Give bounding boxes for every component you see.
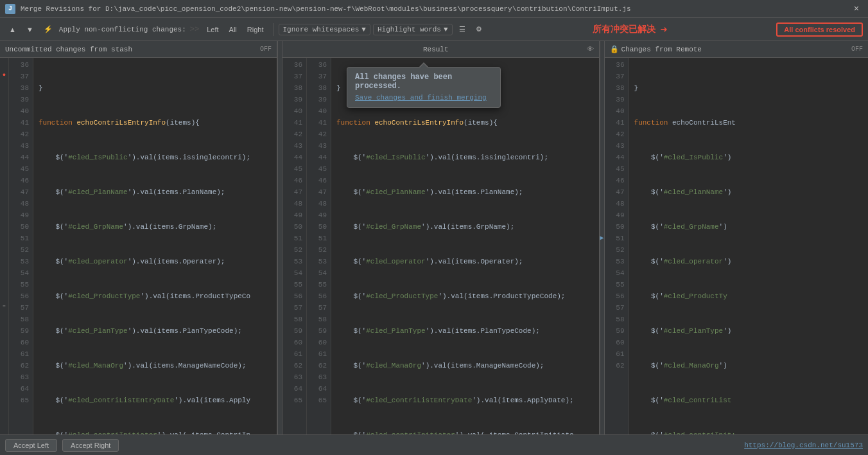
gutter-row	[0, 139, 8, 150]
center-panel-title: Result	[288, 46, 584, 53]
tooltip-save-link[interactable]: Save changes and finish merging	[355, 94, 487, 102]
titlebar: J Merge Revisions for D:\java_code\picc_…	[0, 0, 868, 18]
accept-left-button[interactable]: Accept Left	[5, 439, 57, 452]
gutter-row	[0, 174, 8, 185]
cn-annotation: 所有冲突已解决	[593, 24, 655, 35]
ignore-whitespaces-dropdown[interactable]: Ignore whitespaces ▼	[279, 24, 370, 35]
columns-icon: ☰	[459, 25, 465, 33]
columns-icon-btn[interactable]: ☰	[455, 24, 469, 35]
arrow-right-icon: ➜	[661, 22, 668, 37]
highlight-words-dropdown[interactable]: Highlight words ▼	[373, 24, 453, 35]
apply-label: Apply non-conflicting changes:	[59, 26, 186, 33]
separator-1	[273, 23, 273, 36]
apply-all-btn[interactable]: All	[225, 24, 241, 35]
gutter-row	[0, 312, 8, 324]
gutter-row	[0, 393, 8, 405]
left-divider	[277, 41, 282, 434]
status-url[interactable]: https://blog.csdn.net/su1573	[744, 442, 863, 449]
gutter-row	[0, 266, 8, 278]
settings-btn[interactable]: ⚙	[472, 24, 486, 35]
center-code-content: } function echoContriLsEntryInfo(items){…	[331, 58, 599, 434]
right-panel-header: 🔒 Changes from Remote OFF	[605, 41, 868, 58]
center-panel-body[interactable]: All changes have been processed. Save ch…	[282, 58, 599, 434]
gutter-row	[0, 162, 8, 174]
center-line-numbers-2: 3637383940 4142434445 4647484950 5152535…	[307, 58, 331, 434]
right-line-numbers: 3637383940 4142434445 4647484950 5152535…	[605, 58, 629, 434]
right-divider: ▶	[600, 41, 605, 434]
down-arrow-btn[interactable]: ▼	[22, 24, 37, 35]
gutter-row: =	[0, 301, 8, 312]
tooltip-overlay: All changes have been processed. Save ch…	[347, 67, 501, 108]
highlight-dropdown-arrow-icon: ▼	[444, 26, 448, 33]
app-icon: J	[5, 4, 15, 14]
settings-icon: ⚙	[476, 25, 482, 33]
gutter-row	[0, 359, 8, 370]
gutter-row	[0, 127, 8, 139]
gutter-row	[0, 220, 8, 231]
gutter-row	[0, 289, 8, 301]
main-content: Uncommitted changes from stash OFF ●	[0, 41, 868, 434]
left-line-numbers: 3637383940 4142434445 4647484950 5152535…	[9, 58, 33, 434]
gutter-row	[0, 347, 8, 359]
left-panel-header: Uncommitted changes from stash OFF	[0, 41, 277, 58]
gutter-row	[0, 58, 8, 69]
left-panel-title: Uncommitted changes from stash	[5, 46, 132, 53]
gutter-row	[0, 150, 8, 162]
right-panel-title: Changes from Remote	[621, 46, 702, 53]
gutter-row	[0, 335, 8, 347]
statusbar: Accept Left Accept Right https://blog.cs…	[0, 434, 868, 455]
app-icon-label: J	[8, 5, 12, 12]
play-icon: ▶	[600, 234, 604, 242]
toolbar: ▲ ▼ ⚡ Apply non-conflicting changes: >> …	[0, 18, 868, 41]
conflicts-resolved-button[interactable]: All conflicts resolved	[776, 22, 863, 37]
gutter-row	[0, 370, 8, 382]
left-off-badge: OFF	[260, 46, 272, 53]
tooltip-arrow-inner	[419, 64, 428, 68]
accept-right-button[interactable]: Accept Right	[62, 439, 119, 452]
tooltip-title: All changes have been processed.	[355, 73, 492, 91]
lock-icon: 🔒	[610, 45, 619, 53]
center-line-numbers: 3637383940 4142434445 4647484950 5152535…	[282, 58, 307, 434]
dropdown-arrow-icon: ▼	[361, 26, 366, 33]
right-off-badge: OFF	[851, 46, 863, 53]
gutter-row	[0, 197, 8, 208]
left-gutter: ●	[0, 58, 9, 434]
gutter-row	[0, 324, 8, 335]
gutter-row	[0, 278, 8, 289]
apply-right-btn[interactable]: Right	[243, 24, 268, 35]
magic-btn[interactable]: ⚡	[40, 24, 56, 35]
gutter-row	[0, 382, 8, 393]
right-panel: 🔒 Changes from Remote OFF 3637383940 414…	[605, 41, 868, 434]
eye-icon: 👁	[587, 45, 594, 53]
left-panel-body[interactable]: ●	[0, 58, 277, 434]
gutter-row	[0, 81, 8, 93]
gutter-row	[0, 93, 8, 104]
right-panel-body[interactable]: 3637383940 4142434445 4647484950 5152535…	[605, 58, 868, 434]
gutter-row	[0, 243, 8, 254]
gutter-row	[0, 208, 8, 220]
center-panel: Result 👁 All changes have been processed…	[282, 41, 600, 434]
close-button[interactable]: ×	[850, 3, 863, 15]
gutter-row: ●	[0, 69, 8, 81]
up-arrow-btn[interactable]: ▲	[5, 24, 20, 35]
gutter-row	[0, 116, 8, 127]
gutter-row	[0, 254, 8, 266]
gutter-row	[0, 185, 8, 197]
window-title: Merge Revisions for D:\java_code\picc_op…	[21, 5, 850, 13]
center-panel-header: Result 👁	[282, 41, 599, 58]
right-code-content: } function echoContriLsEnt $('#cled_IsPu…	[629, 58, 868, 434]
gutter-row	[0, 231, 8, 243]
gutter-row	[0, 104, 8, 116]
left-code-content: } function echoContriLsEntryInfo(items){…	[33, 58, 277, 434]
apply-left-btn[interactable]: Left	[203, 24, 222, 35]
left-panel: Uncommitted changes from stash OFF ●	[0, 41, 277, 434]
